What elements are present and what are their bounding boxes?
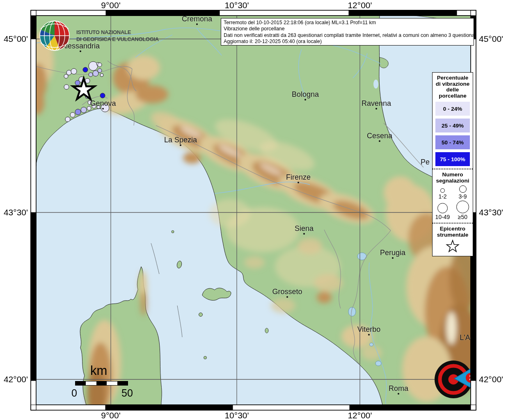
city-label: Pe [421,158,430,167]
ingv-globe-icon [39,20,71,52]
city-label: Firenze [286,173,311,182]
count-label: 10-49 [435,214,450,220]
ingv-wordmark: ISTITUTO NAZIONALE DI GEOFISICA E VULCAN… [76,29,159,43]
legend-count-item: 3-9 [453,185,473,200]
count-circle-icon [440,188,445,193]
legend-count-item: 1-2 [433,185,453,200]
count-label: 3-9 [458,193,467,200]
legend-percent-section: Percentuale di vibrazione delle porcella… [433,73,473,169]
legend-count-item: ≥50 [453,201,473,220]
city-dot [303,233,305,235]
city-dot [379,140,380,142]
city-label: Cesena [367,132,392,140]
city-label: Viterbo [357,325,381,334]
legend-swatch: 50 - 74% [435,135,470,149]
legend-percent-title: Percentuale di vibrazione delle porcella… [433,74,473,99]
city-label: Ravenna [362,99,391,108]
count-label: 1-2 [438,193,446,200]
legend-counts-title: Numero segnalazioni [433,171,473,184]
info-line-updated: Aggiornato il: 20-12-2025 05:40 (ora loc… [224,39,471,45]
legend-counts-grid: 1-23-910-49≥50 [433,185,473,220]
city-label: Perugia [380,249,405,257]
city-dot [375,108,377,110]
city-dot [392,257,394,259]
city-label: L'Aqu [460,333,471,342]
earthquake-info-box: Terremoto del 10-10-2015 22:18:06 (ora l… [221,18,474,46]
earthquake-macroseismic-map: ? www.haisentitoilterremoto.it CremonaAl… [0,0,515,420]
city-label: Roma [389,384,408,393]
legend-epicenter-title: Epicentro strumentale [433,225,473,238]
info-line-event: Terremoto del 10-10-2015 22:18:06 (ora l… [224,20,471,26]
ingv-line2: DI GEOFISICA E VULCANOLOGIA [76,36,159,43]
scale-bar-segments [75,381,128,386]
city-label: Cremona [182,16,212,23]
scale-unit-label: km [90,363,107,378]
city-labels-layer: CremonaAlessandriaGenovaBolognaRavennaCe… [36,16,471,405]
city-label: La Spezia [164,136,197,144]
city-label: Bologna [292,90,319,99]
city-dot [196,23,198,25]
scale-start-label: 0 [71,387,77,399]
info-line-effect: Vibrazione delle porcellane [224,26,471,32]
epicenter-star-icon [446,240,460,253]
city-dot [298,182,299,183]
info-line-source: Dati non verificati estratti da 263 ques… [224,32,471,39]
city-label: Genova [90,99,116,108]
count-circle-icon [437,203,448,213]
legend-epicenter-section: Epicentro strumentale [433,224,473,256]
city-label: Grosseto [272,288,302,296]
count-circle-icon [459,185,467,193]
legend-swatch: 0 - 24% [435,102,470,116]
count-circle-icon [456,201,469,213]
city-dot [102,108,104,110]
city-dot [304,99,306,100]
ingv-logo: ISTITUTO NAZIONALE DI GEOFISICA E VULCAN… [39,20,159,52]
ingv-line1: ISTITUTO NAZIONALE [76,29,159,36]
legend-swatch: 75 - 100% [435,152,470,166]
legend-swatches: 0 - 24%25 - 49%50 - 74%75 - 100% [433,102,473,166]
city-label: Siena [295,224,314,233]
city-dot [286,296,288,298]
scale-end-label: 50 [121,387,133,399]
scale-bar: km 0 50 [66,363,148,404]
city-dot [180,144,181,146]
city-dot [398,393,399,395]
count-label: ≥50 [458,214,467,220]
legend-counts-section: Numero segnalazioni 1-23-910-49≥50 [433,169,473,224]
legend-swatch: 25 - 49% [435,119,470,132]
legend-count-item: 10-49 [433,201,453,220]
legend: Percentuale di vibrazione delle porcella… [432,72,473,256]
city-dot [368,334,370,336]
